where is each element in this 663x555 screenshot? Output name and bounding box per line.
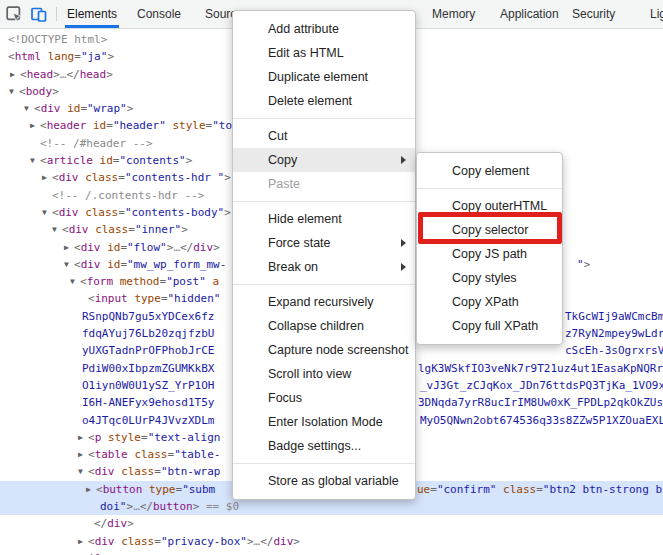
collapse-arrow-icon[interactable]: ▼ xyxy=(70,273,80,290)
expand-arrow-icon[interactable]: ▶ xyxy=(78,446,88,463)
menu-item-label: Cut xyxy=(268,129,287,143)
dom-tree-row-right-fragment: "> xyxy=(577,256,590,273)
tab-memory[interactable]: Memory xyxy=(432,0,475,28)
collapse-arrow-icon[interactable]: ▼ xyxy=(30,152,40,169)
tab-lighthouse[interactable]: Lighthouse xyxy=(650,0,663,28)
collapse-arrow-icon[interactable]: ▼ xyxy=(52,221,62,238)
tab-elements[interactable]: Elements xyxy=(67,0,117,28)
menu-separator xyxy=(233,284,415,285)
syntax-token: </ xyxy=(140,500,153,513)
menu-item-label: Copy XPath xyxy=(452,295,519,309)
collapse-arrow-icon[interactable]: ▼ xyxy=(78,463,88,480)
expand-arrow-icon[interactable]: ▶ xyxy=(86,481,96,498)
menu-item-copy-full-xpath[interactable]: Copy full XPath xyxy=(417,314,562,338)
syntax-token xyxy=(86,119,93,132)
menu-item-duplicate-element[interactable]: Duplicate element xyxy=(233,65,415,89)
syntax-token: fdqAYuj76Lb20zqjfzbU xyxy=(82,327,214,340)
menu-item-copy-xpath[interactable]: Copy XPath xyxy=(417,290,562,314)
dom-tree-row[interactable]: </div> xyxy=(0,515,663,532)
syntax-token: … xyxy=(173,241,180,254)
syntax-token: _vJ3Gt_zCJqKox_JDn76ttdsPQ3TjKa_1VO9x xyxy=(420,379,663,392)
menu-item-capture-node-screenshot[interactable]: Capture node screenshot xyxy=(233,338,415,362)
syntax-token: "btn-wrap xyxy=(161,465,221,478)
menu-item-copy-js-path[interactable]: Copy JS path xyxy=(417,242,562,266)
menu-item-collapse-children[interactable]: Collapse children xyxy=(233,314,415,338)
syntax-token: style xyxy=(108,431,141,444)
syntax-token: type xyxy=(134,292,161,305)
dom-tree-row-selected[interactable]: doi">…</button> == $0 xyxy=(0,498,663,515)
menu-item-store-as-global-variable[interactable]: Store as global variable xyxy=(233,469,415,493)
syntax-token: div xyxy=(59,206,79,219)
tab-console[interactable]: Console xyxy=(137,0,181,28)
menu-item-scroll-into-view[interactable]: Scroll into view xyxy=(233,362,415,386)
expand-arrow-icon[interactable]: ▶ xyxy=(78,429,88,446)
syntax-token: class xyxy=(95,223,128,236)
syntax-token: id xyxy=(107,258,120,271)
menu-item-cut[interactable]: Cut xyxy=(233,124,415,148)
syntax-token: button xyxy=(153,500,193,513)
collapse-arrow-icon[interactable]: ▼ xyxy=(24,100,34,117)
syntax-token: "privacy-box" xyxy=(161,535,247,548)
menu-item-enter-isolation-mode[interactable]: Enter Isolation Mode xyxy=(233,410,415,434)
syntax-token: table xyxy=(95,448,128,461)
menu-item-expand-recursively[interactable]: Expand recursively xyxy=(233,290,415,314)
syntax-token: html xyxy=(15,50,42,63)
syntax-token: I6H-ANEFyx9ehosd1T5y xyxy=(82,396,214,409)
dom-tree-row-right-fragment: _vJ3Gt_zCJqKox_JDn76ttdsPQ3TjKa_1VO9x xyxy=(420,377,663,394)
syntax-token: > xyxy=(106,68,113,81)
menu-item-edit-as-html[interactable]: Edit as HTML xyxy=(233,41,415,65)
menu-item-badge-settings[interactable]: Badge settings... xyxy=(233,434,415,458)
syntax-token: a xyxy=(213,275,220,288)
syntax-token: > xyxy=(247,535,254,548)
syntax-token: ue xyxy=(417,483,430,496)
syntax-token: id xyxy=(107,241,120,254)
syntax-token: TkGcWIj9aWCmcBm xyxy=(565,310,663,323)
syntax-token xyxy=(113,275,120,288)
menu-item-copy-styles[interactable]: Copy styles xyxy=(417,266,562,290)
inspect-element-icon[interactable] xyxy=(6,6,22,22)
collapse-arrow-icon[interactable]: ▼ xyxy=(9,83,19,100)
syntax-token: "contents-hdr " xyxy=(125,171,224,184)
syntax-token: > xyxy=(224,206,231,219)
expand-arrow-icon[interactable]: ▶ xyxy=(64,239,74,256)
expand-arrow-icon[interactable]: ▶ xyxy=(78,533,88,550)
dom-tree-row[interactable]: </form> xyxy=(0,550,663,555)
dom-tree-row-right-fragment: lgK3WSkfIO3veNk7r9T21uz4ut1EasaKpNQRr xyxy=(418,360,663,377)
menu-item-focus[interactable]: Focus xyxy=(233,386,415,410)
syntax-token: "confirm" xyxy=(437,483,497,496)
dom-tree-row[interactable]: ▶<div class="privacy-box">…</div> xyxy=(0,533,663,550)
syntax-token: lgK3WSkfIO3veNk7r9T21uz4ut1EasaKpNQRr xyxy=(418,362,663,375)
syntax-token: div xyxy=(95,535,115,548)
syntax-token: > xyxy=(224,171,231,184)
menu-item-label: Collapse children xyxy=(268,319,364,333)
syntax-token: < xyxy=(34,102,41,115)
menu-item-label: Enter Isolation Mode xyxy=(268,415,383,429)
expand-arrow-icon[interactable]: ▶ xyxy=(10,66,20,83)
expand-arrow-icon[interactable]: ▶ xyxy=(42,169,52,186)
syntax-token: > xyxy=(584,258,591,271)
collapse-arrow-icon[interactable]: ▼ xyxy=(64,256,74,273)
syntax-token: < xyxy=(40,119,47,132)
menu-item-add-attribute[interactable]: Add attribute xyxy=(233,17,415,41)
syntax-token: = xyxy=(128,223,135,236)
menu-item-copy[interactable]: Copy xyxy=(233,148,415,172)
dom-tree-row-right-fragment: TkGcWIj9aWCmcBm xyxy=(565,308,663,325)
menu-item-label: Delete element xyxy=(268,94,352,108)
menu-item-force-state[interactable]: Force state xyxy=(233,231,415,255)
expand-arrow-icon[interactable]: ▶ xyxy=(30,117,40,134)
syntax-token: type xyxy=(149,483,176,496)
tab-security[interactable]: Security xyxy=(572,0,615,28)
collapse-arrow-icon[interactable]: ▼ xyxy=(42,204,52,221)
syntax-token: < xyxy=(88,431,95,444)
tab-application[interactable]: Application xyxy=(500,0,559,28)
menu-item-copy-element[interactable]: Copy element xyxy=(417,159,562,183)
toggle-device-toolbar-icon[interactable] xyxy=(31,6,47,22)
menu-item-break-on[interactable]: Break on xyxy=(233,255,415,279)
syntax-token: < xyxy=(88,465,95,478)
menu-item-label: Hide element xyxy=(268,212,342,226)
syntax-token: == $0 xyxy=(199,500,239,513)
menu-item-delete-element[interactable]: Delete element xyxy=(233,89,415,113)
menu-item-hide-element[interactable]: Hide element xyxy=(233,207,415,231)
syntax-token: > xyxy=(127,102,134,115)
syntax-token: body xyxy=(26,85,53,98)
